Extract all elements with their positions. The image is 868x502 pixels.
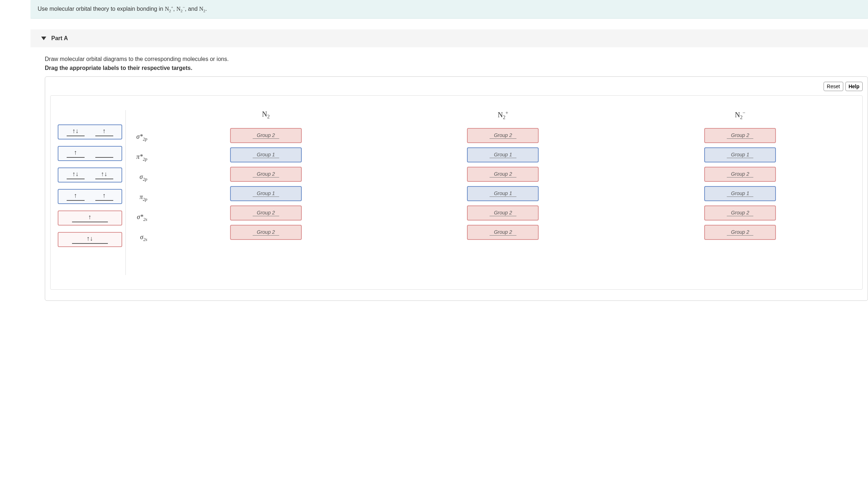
instruction-line-1: Draw molecular orbital diagrams to the c… — [45, 55, 868, 64]
target-1-2[interactable]: Group 2 — [467, 167, 539, 182]
target-2-5[interactable]: Group 2 — [704, 225, 776, 240]
part-header[interactable]: Part A — [30, 29, 868, 47]
mo-column-0: N2Group 2Group 1Group 2Group 1Group 2Gro… — [230, 110, 302, 240]
part-title: Part A — [51, 35, 68, 42]
drag-tile-1-slot-1 — [95, 149, 113, 158]
mo-column-2: N2−Group 2Group 1Group 2Group 1Group 2Gr… — [704, 110, 776, 240]
drag-tile-3-slot-0: ↑ — [67, 192, 85, 201]
drag-tile-0[interactable]: ↑↓↑ — [58, 124, 122, 139]
target-label: Group 2 — [490, 171, 516, 177]
column-title-0: N2 — [262, 110, 270, 121]
orbital-label-3: π2p — [139, 193, 147, 202]
target-2-4[interactable]: Group 2 — [704, 205, 776, 221]
target-label: Group 2 — [727, 132, 754, 139]
species-2: N2− — [176, 6, 185, 12]
target-1-1[interactable]: Group 1 — [467, 147, 539, 162]
drag-tile-1-slot-0: ↑ — [67, 149, 85, 158]
drag-tile-2-slot-1: ↑↓ — [95, 171, 113, 179]
target-1-0[interactable]: Group 2 — [467, 128, 539, 143]
instructions: Draw molecular orbital diagrams to the c… — [45, 55, 868, 73]
target-1-3[interactable]: Group 1 — [467, 186, 539, 201]
target-label: Group 2 — [727, 210, 754, 216]
species-3: N2 — [199, 6, 205, 12]
target-1-5[interactable]: Group 2 — [467, 225, 539, 240]
column-title-1: N2+ — [498, 110, 508, 121]
label-pool: ↑↓↑↑↑↓↑↓↑↑↑↑↓ — [54, 110, 126, 275]
toolbar: Reset Help — [50, 82, 863, 91]
target-0-3[interactable]: Group 1 — [230, 186, 302, 201]
target-label: Group 2 — [727, 171, 754, 177]
orbital-label-1: π*2p — [136, 153, 147, 162]
drag-tile-0-slot-1: ↑ — [95, 128, 113, 136]
target-label: Group 2 — [490, 132, 516, 139]
target-label: Group 1 — [727, 190, 754, 197]
target-label: Group 2 — [253, 229, 280, 236]
drag-tile-5-slot-0: ↑↓ — [72, 235, 108, 244]
column-title-2: N2− — [735, 110, 745, 121]
target-label: Group 2 — [727, 229, 754, 236]
orbital-label-0: σ*2p — [137, 133, 147, 142]
drag-tile-5[interactable]: ↑↓ — [58, 232, 122, 247]
target-0-0[interactable]: Group 2 — [230, 128, 302, 143]
question-prefix: Use molecular orbital theory to explain … — [38, 6, 165, 12]
target-label: Group 1 — [253, 190, 280, 197]
target-label: Group 2 — [490, 229, 516, 236]
orbital-label-2: σ2p — [140, 173, 147, 182]
drag-tile-2[interactable]: ↑↓↑↓ — [58, 167, 122, 183]
columns-wrap: N2Group 2Group 1Group 2Group 1Group 2Gro… — [147, 110, 859, 240]
drag-tile-3-slot-1: ↑ — [95, 192, 113, 201]
target-label: Group 1 — [490, 190, 516, 197]
mo-column-1: N2+Group 2Group 1Group 2Group 1Group 2Gr… — [467, 110, 539, 240]
collapse-icon — [41, 37, 46, 40]
target-label: Group 2 — [490, 210, 516, 216]
canvas: ↑↓↑↑↑↓↑↓↑↑↑↑↓ σ*2pπ*2pσ2pπ2pσ*2sσ2s N2Gr… — [50, 95, 863, 290]
target-label: Group 2 — [253, 210, 280, 216]
reset-button[interactable]: Reset — [824, 82, 843, 91]
target-0-4[interactable]: Group 2 — [230, 205, 302, 221]
drag-tile-3[interactable]: ↑↑ — [58, 189, 122, 204]
target-label: Group 2 — [253, 132, 280, 139]
target-label: Group 1 — [727, 152, 754, 158]
target-2-3[interactable]: Group 1 — [704, 186, 776, 201]
drag-tile-1[interactable]: ↑ — [58, 146, 122, 161]
orbital-label-5: σ2s — [140, 233, 147, 242]
target-2-2[interactable]: Group 2 — [704, 167, 776, 182]
help-button[interactable]: Help — [845, 82, 863, 91]
target-0-5[interactable]: Group 2 — [230, 225, 302, 240]
drag-tile-4[interactable]: ↑ — [58, 210, 122, 226]
orbital-labels: σ*2pπ*2pσ2pπ2pσ*2sσ2s — [126, 110, 147, 242]
workspace: Reset Help ↑↓↑↑↑↓↑↓↑↑↑↑↓ σ*2pπ*2pσ2pπ2pσ… — [45, 76, 868, 301]
target-2-1[interactable]: Group 1 — [704, 147, 776, 162]
target-label: Group 1 — [490, 152, 516, 158]
question-banner: Use molecular orbital theory to explain … — [30, 0, 868, 19]
target-label: Group 2 — [253, 171, 280, 177]
drag-tile-2-slot-0: ↑↓ — [67, 171, 85, 179]
species-1: N2+ — [165, 6, 173, 12]
drag-tile-4-slot-0: ↑ — [72, 214, 108, 222]
drag-tile-0-slot-0: ↑↓ — [67, 128, 85, 136]
target-2-0[interactable]: Group 2 — [704, 128, 776, 143]
instruction-line-2: Drag the appropriate labels to their res… — [45, 63, 868, 73]
target-label: Group 1 — [253, 152, 280, 158]
target-0-2[interactable]: Group 2 — [230, 167, 302, 182]
target-0-1[interactable]: Group 1 — [230, 147, 302, 162]
target-1-4[interactable]: Group 2 — [467, 205, 539, 221]
orbital-label-4: σ*2s — [137, 213, 147, 222]
